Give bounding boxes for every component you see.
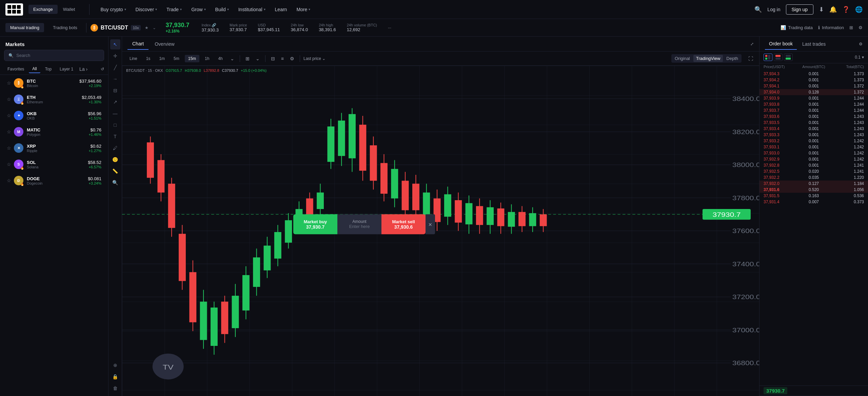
tb-indicators[interactable]: ⊞ [243, 55, 252, 63]
market-item-matic[interactable]: ☆ M MATIC Polygon $0.76 +1.46% [1, 124, 107, 140]
star-doge[interactable]: ☆ [7, 178, 11, 183]
tb-price-display[interactable]: Last price ⌄ [303, 56, 326, 61]
nav-build[interactable]: Build▾ [211, 5, 233, 14]
nav-buy-crypto[interactable]: Buy crypto▾ [96, 5, 130, 14]
ob-ask-row[interactable]: 37,933.00.0011.242 [760, 150, 868, 156]
filter-top[interactable]: Top [42, 65, 55, 73]
expand-icon[interactable]: ⌄ [153, 25, 156, 30]
ob-ask-row[interactable]: 37,933.50.0011.243 [760, 120, 868, 126]
draw-zoom[interactable]: 🔍 [110, 178, 120, 188]
filter-layer1[interactable]: Layer 1 [56, 65, 77, 73]
ob-ask-row[interactable]: 37,933.20.0011.242 [760, 138, 868, 144]
ob-amount-selector[interactable]: 0.1 ▾ [855, 54, 864, 61]
draw-channel[interactable]: ⊟ [110, 85, 120, 96]
search-box[interactable]: 🔍 [4, 50, 104, 61]
nav-trade[interactable]: Trade▾ [162, 5, 186, 14]
ob-ask-row[interactable]: 37,933.80.0011.244 [760, 101, 868, 107]
filter-favorites[interactable]: Favorites [4, 65, 27, 73]
help-icon[interactable]: ❓ [842, 6, 850, 13]
settings-button[interactable]: ⚙ [859, 25, 863, 30]
view-depth[interactable]: Depth [724, 55, 741, 62]
search-input[interactable] [16, 53, 100, 58]
draw-ruler[interactable]: 📏 [110, 166, 120, 176]
ob-view-bids-only[interactable] [784, 54, 793, 61]
market-item-sol[interactable]: ☆ S🔥 SOL Solana $58.52 +6.57% [1, 156, 107, 172]
star-xrp[interactable]: ☆ [7, 145, 11, 151]
draw-emoji[interactable]: 🙂 [110, 154, 120, 165]
star-btc[interactable]: ☆ [7, 80, 11, 86]
logo[interactable] [5, 3, 23, 16]
filter-more-arrow[interactable]: La › [79, 66, 87, 72]
market-item-xrp[interactable]: ☆ ✕ XRP Ripple $0.62 +1.27% [1, 140, 107, 156]
leverage-badge[interactable]: 10x [131, 25, 141, 30]
draw-ray[interactable]: → [110, 74, 120, 84]
market-buy-button[interactable]: Market buy 37,930.7 [293, 214, 337, 234]
tb-fullscreen[interactable]: ⛶ [746, 55, 755, 63]
download-icon[interactable]: ⬇ [819, 6, 824, 13]
draw-text[interactable]: T [110, 131, 120, 142]
tb-line[interactable]: Line [126, 55, 141, 62]
tb-5m[interactable]: 5m [170, 55, 183, 62]
draw-crosshair[interactable]: ✛ [110, 51, 120, 61]
tab-wallet[interactable]: Wallet [58, 5, 80, 14]
nav-learn[interactable]: Learn [271, 5, 291, 14]
draw-magnet[interactable]: ⊕ [110, 360, 120, 370]
ob-ask-row[interactable]: 37,934.10.0011.372 [760, 83, 868, 89]
signup-button[interactable]: Sign up [786, 4, 813, 15]
market-sell-button[interactable]: Market sell 37,930.6 [381, 214, 426, 234]
globe-icon[interactable]: 🌐 [855, 6, 863, 13]
nav-more[interactable]: More▾ [292, 5, 314, 14]
popup-close-button[interactable]: ✕ [426, 214, 435, 234]
draw-cursor[interactable]: ↖ [110, 39, 120, 49]
tb-1m[interactable]: 1m [156, 55, 168, 62]
ob-ask-row[interactable]: 37,931.40.0070.373 [760, 199, 868, 205]
ob-ask-row[interactable]: 37,933.10.0011.242 [760, 144, 868, 150]
expand-chart-icon[interactable]: ⤢ [750, 42, 754, 46]
login-button[interactable]: Log in [767, 7, 780, 12]
tab-last-trades[interactable]: Last trades [798, 39, 830, 49]
bell-icon[interactable]: 🔔 [829, 6, 837, 13]
ob-ask-row[interactable]: 37,933.70.0011.244 [760, 107, 868, 113]
nav-grow[interactable]: Grow▾ [187, 5, 210, 14]
more-stats-icon[interactable]: ··· [388, 25, 391, 30]
ob-ask-row[interactable]: 37,933.90.0011.244 [760, 95, 868, 101]
ob-ask-row[interactable]: 37,932.50.0201.241 [760, 168, 868, 174]
tb-candle-style[interactable]: ⊟ [269, 55, 277, 63]
tb-templates[interactable]: ⌄ [254, 55, 262, 63]
nav-institutional[interactable]: Institutional▾ [234, 5, 270, 14]
tab-exchange[interactable]: Exchange [28, 5, 58, 14]
tb-15m[interactable]: 15m [185, 55, 199, 62]
ob-ask-row[interactable]: 37,931.60.5201.056 [760, 187, 868, 193]
amount-input-area[interactable]: Amount Enter here [337, 214, 381, 234]
tb-4h[interactable]: 4h [215, 55, 226, 62]
information-button[interactable]: ℹInformation [818, 25, 844, 30]
refresh-button[interactable]: ↺ [101, 67, 104, 71]
tb-1s[interactable]: 1s [143, 55, 154, 62]
favorite-icon[interactable]: ★ [145, 25, 149, 30]
ob-ask-row[interactable]: 37,934.30.0011.373 [760, 71, 868, 77]
tb-settings-chart[interactable]: ⚙ [288, 55, 296, 63]
ob-ask-row[interactable]: 37,934.20.0011.373 [760, 77, 868, 83]
ob-view-both[interactable] [764, 54, 772, 61]
tb-display[interactable]: ≡ [279, 55, 286, 63]
market-item-okb[interactable]: ☆ ✦ OKB OKB $56.96 +1.51% [1, 107, 107, 124]
layout-button[interactable]: ⊞ [849, 25, 853, 30]
star-eth[interactable]: ☆ [7, 97, 11, 102]
draw-trend[interactable]: ↗ [110, 97, 120, 107]
ob-view-asks-only[interactable] [774, 54, 783, 61]
ob-ask-row[interactable]: 37,932.00.1271.184 [760, 181, 868, 187]
star-matic[interactable]: ☆ [7, 129, 11, 134]
tb-more-tf[interactable]: ⌄ [228, 55, 236, 63]
pair-name[interactable]: BTC/USDT [101, 25, 128, 31]
tab-overview[interactable]: Overview [150, 39, 179, 49]
draw-brush[interactable]: 🖊 [110, 143, 120, 153]
ob-ask-row[interactable]: 37,932.20.0351.220 [760, 174, 868, 181]
star-sol[interactable]: ☆ [7, 162, 11, 167]
market-item-eth[interactable]: ☆ Ξ🔥 ETH Ethereum $2,053.49 +1.30% [1, 91, 107, 107]
filter-all[interactable]: All [29, 65, 40, 73]
tb-1h[interactable]: 1h [201, 55, 213, 62]
tab-order-book[interactable]: Order book [765, 38, 797, 50]
draw-line[interactable]: ╱ [110, 62, 120, 72]
tab-chart[interactable]: Chart [127, 38, 149, 50]
ob-ask-row[interactable]: 37,933.60.0011.243 [760, 113, 868, 120]
